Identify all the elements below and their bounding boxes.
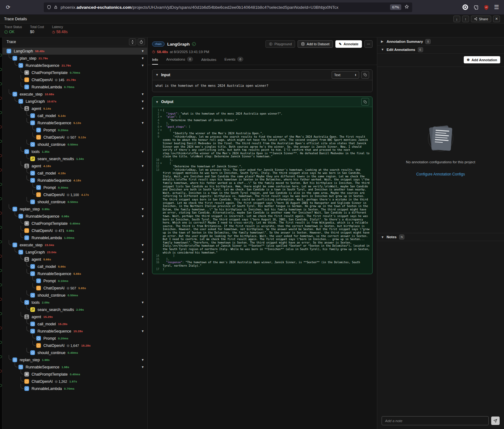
notes-section[interactable]: ▼ Notes N	[377, 233, 504, 241]
expand-chevron-icon[interactable]: ▼	[141, 329, 147, 333]
trace-tree-row[interactable]: tools1.35s▼	[2, 148, 147, 155]
share-button[interactable]: Share	[471, 16, 491, 22]
tab-attributes[interactable]: Attributes	[201, 58, 216, 65]
expand-chevron-icon[interactable]: ▼	[141, 64, 147, 67]
send-note-button[interactable]	[491, 417, 500, 425]
trace-tree-row[interactable]: should_continue0.50ms	[2, 292, 147, 299]
trace-tree-row[interactable]: should_continue0.40ms	[2, 349, 147, 356]
trace-tree-row[interactable]: ChatOpenAI◎1,2621.97s	[2, 378, 147, 385]
trace-tree-row[interactable]: ChatOpenAI◎1,64715.28s	[2, 342, 147, 349]
expand-chevron-icon[interactable]: ▼	[141, 272, 147, 275]
code-fold-icon[interactable]: ▼	[159, 125, 163, 129]
trace-tree-row[interactable]: plan_step21.79s▼	[2, 55, 147, 62]
trace-tree-row[interactable]: RunnableSequence15.28s▼	[2, 328, 147, 335]
trace-tree-row[interactable]: ChatPromptTemplate0.40ms	[2, 371, 147, 378]
ublock-shield-icon[interactable]: uO	[484, 5, 489, 10]
trace-tree-row[interactable]: RunnableSequence1.98s▼	[2, 363, 147, 371]
menu-icon[interactable]: ☰	[494, 4, 499, 11]
trace-tree-row[interactable]: LangGraph10.67s▼	[2, 98, 147, 105]
configure-annotation-configs-link[interactable]: Configure Annotation Configs	[416, 172, 465, 176]
add-annotation-button[interactable]: ⊕ Add Annotation	[464, 56, 500, 63]
trace-tree-row[interactable]: call_model5.14s	[2, 112, 147, 119]
input-mode-select[interactable]: Text ▲▼	[332, 71, 359, 79]
trace-tree-row[interactable]: RunnableSequence5.13s▼	[2, 119, 147, 126]
trace-tree-row[interactable]: Prompt0.20ms	[2, 335, 147, 342]
trace-tree-row[interactable]: replan_step1.98s▼	[2, 356, 147, 363]
trace-tree-row[interactable]: Prompt0.10ms	[2, 277, 147, 284]
expand-chevron-icon[interactable]: ▼	[141, 150, 147, 153]
reload-icon[interactable]: ⟳	[4, 3, 12, 12]
expand-chevron-icon[interactable]: ▼	[141, 57, 147, 60]
trace-tree-row[interactable]: Prompt0.30ms	[2, 184, 147, 191]
expand-chevron-icon[interactable]: ▼	[141, 179, 147, 182]
expand-chevron-icon[interactable]: ▼	[141, 49, 147, 53]
tab-annotations[interactable]: Annotations0	[166, 57, 193, 65]
code-fold-icon[interactable]: ▼	[159, 109, 163, 112]
zoom-level-badge[interactable]: 67%	[390, 4, 401, 10]
trace-tree-row[interactable]: execute_step23.04s▼	[2, 241, 147, 249]
add-note-input[interactable]	[382, 416, 489, 425]
expand-chevron-icon[interactable]: ▼	[141, 301, 147, 304]
trace-tree-row[interactable]: searx_search_results1.34s	[2, 155, 147, 162]
prev-trace-button[interactable]: ↓	[453, 16, 460, 22]
trace-tree-row[interactable]: agent5.66s▼	[2, 256, 147, 263]
expand-chevron-icon[interactable]: ▼	[141, 121, 147, 125]
extension-puzzle-icon[interactable]	[473, 5, 479, 10]
trace-tree-row[interactable]: ChatPromptTemplate0.70ms	[2, 69, 147, 76]
code-fold-icon[interactable]: ▼	[159, 115, 163, 119]
expand-chevron-icon[interactable]: ▼	[141, 100, 147, 103]
close-button[interactable]: ✕	[493, 16, 500, 22]
bookmark-star-icon[interactable]	[404, 4, 409, 10]
expand-chevron-icon[interactable]: ▼	[141, 258, 147, 261]
trace-tree-row[interactable]: LangGraph58.48s▼	[2, 47, 147, 55]
edit-annotations-section[interactable]: ▼ Edit Annotations E	[377, 46, 504, 54]
expand-chevron-icon[interactable]: ▼	[141, 243, 147, 247]
chevron-down-icon[interactable]: ▼	[156, 100, 159, 104]
add-to-dataset-button[interactable]: Add to Dataset	[298, 40, 333, 48]
expand-chevron-icon[interactable]: ▼	[141, 358, 147, 362]
expand-chevron-icon[interactable]: ▼	[141, 164, 147, 168]
next-trace-button[interactable]: ↑	[462, 16, 469, 22]
code-fold-icon[interactable]: ▼	[159, 129, 163, 132]
annotate-button[interactable]: ✎ Annotate	[335, 40, 362, 48]
expand-collapse-all-button[interactable]	[129, 38, 136, 45]
trace-tree-row[interactable]: replan_step0.99s▼	[2, 205, 147, 213]
trace-tree-row[interactable]: ChatOpenAI◎14521.78s	[2, 76, 147, 83]
expand-chevron-icon[interactable]: ▼	[141, 207, 147, 211]
trace-tree-row[interactable]: RunnableLambda0.70ms	[2, 83, 147, 91]
trace-tree-row[interactable]: RunnableSequence21.79s▼	[2, 62, 147, 69]
chevron-down-icon[interactable]: ▼	[156, 73, 159, 76]
trace-tree-row[interactable]: call_model4.18s	[2, 170, 147, 177]
more-options-button[interactable]: ...	[364, 40, 373, 48]
copy-output-button[interactable]	[361, 98, 369, 106]
trace-tree-row[interactable]: LangGraph23.04s▼	[2, 249, 147, 256]
trace-tree-row[interactable]: ChatOpenAI◎1,1004.17s	[2, 191, 147, 198]
trace-tree-row[interactable]: agent4.18s▼	[2, 162, 147, 170]
trace-tree-row[interactable]: agent5.14s▼	[2, 105, 147, 112]
trace-tree-row[interactable]: tools2.09s▼	[2, 299, 147, 306]
tab-info[interactable]: Info	[152, 58, 158, 65]
playground-button[interactable]: Playground	[265, 40, 295, 48]
trace-tree-row[interactable]: execute_step10.68s▼	[2, 91, 147, 98]
trace-tree-row[interactable]: RunnableSequence4.18s▼	[2, 177, 147, 184]
expand-chevron-icon[interactable]: ▼	[141, 250, 147, 254]
expand-chevron-icon[interactable]: ▼	[141, 315, 147, 318]
expand-chevron-icon[interactable]: ▼	[141, 92, 147, 96]
trace-tree-row[interactable]: RunnableLambda0.70ms	[2, 385, 147, 392]
tab-events[interactable]: Events0	[225, 57, 243, 65]
trace-tree-row[interactable]: ChatOpenAI◎4710.98s	[2, 227, 147, 234]
copy-input-button[interactable]	[361, 71, 369, 79]
trace-tree-row[interactable]: Prompt0.20ms	[2, 126, 147, 134]
trace-tree-row[interactable]: agent15.29s▼	[2, 313, 147, 320]
trace-tree-row[interactable]: ChatOpenAI◎5075.13s	[2, 134, 147, 141]
trace-tree-row[interactable]: should_continue0.50ms	[2, 198, 147, 205]
expand-chevron-icon[interactable]: ▼	[141, 107, 147, 110]
trace-tree-row[interactable]: RunnableLambda1.00ms	[2, 234, 147, 241]
expand-chevron-icon[interactable]: ▼	[141, 365, 147, 369]
trace-tree-row[interactable]: searx_search_results2.09s	[2, 306, 147, 313]
code-fold-icon[interactable]: ▼	[159, 162, 163, 165]
trace-tree-row[interactable]: RunnableSequence5.66s▼	[2, 270, 147, 277]
trace-tree-row[interactable]: call_model15.28s	[2, 320, 147, 328]
url-bar[interactable]: phoenix.advanced-eschatonics.com/project…	[44, 2, 412, 12]
trace-tree-row[interactable]: RunnableSequence0.98s▼	[2, 213, 147, 220]
